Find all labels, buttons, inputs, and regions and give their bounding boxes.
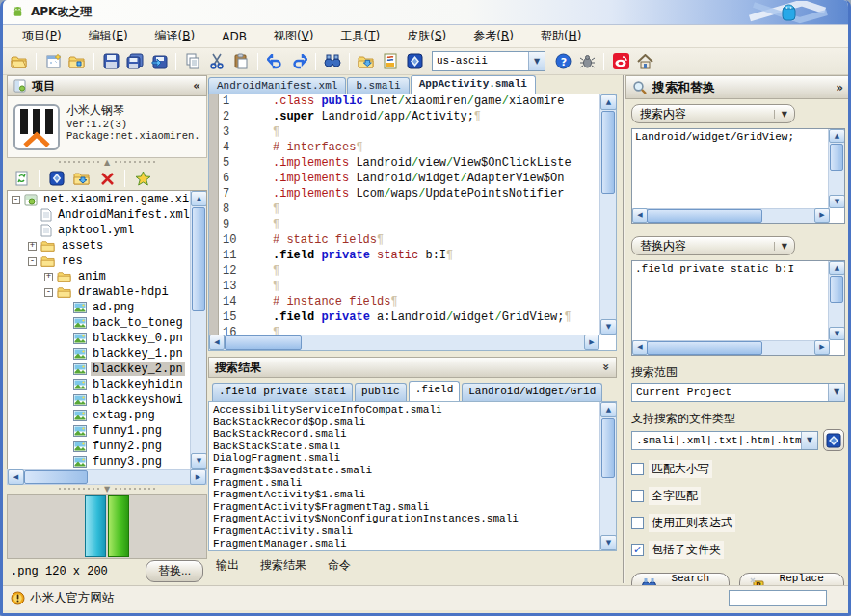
tree-item[interactable]: blackkey_1.pn	[8, 346, 190, 362]
tree-item[interactable]: funny3.png	[8, 454, 190, 469]
scroll-up-button[interactable]: ▲	[600, 402, 617, 417]
result-item[interactable]: AccessibilityServiceInfoCompat.smali	[213, 404, 596, 416]
scroll-thumb[interactable]	[647, 209, 762, 223]
scroll-left-button[interactable]: ◀	[8, 469, 24, 485]
dropdown-arrow-icon[interactable]: ▼	[774, 110, 794, 119]
tree-item[interactable]: blackkey_2.pn	[8, 362, 190, 377]
editor-horizontal-scrollbar[interactable]: ◀ ▶	[209, 335, 599, 350]
scroll-thumb[interactable]	[830, 144, 843, 171]
tree-item[interactable]: apktool.yml	[8, 223, 190, 238]
delete-red-icon[interactable]	[96, 168, 118, 189]
tree-item[interactable]: back_to_toneg	[8, 315, 190, 331]
scroll-thumb[interactable]	[601, 111, 615, 194]
dropdown-arrow-icon[interactable]: ▼	[828, 384, 844, 401]
find-icon[interactable]	[322, 51, 343, 72]
scope-select[interactable]: Current Project ▼	[631, 383, 845, 402]
menu-item[interactable]: 参考(R)	[460, 25, 527, 47]
editor-vertical-scrollbar[interactable]: ▲ ▼	[599, 94, 616, 335]
status-input-field[interactable]	[729, 590, 827, 606]
editor-tab[interactable]: AppActivity.smali	[411, 75, 536, 94]
tree-expander[interactable]: +	[28, 242, 37, 251]
scroll-thumb[interactable]	[192, 207, 205, 311]
result-item[interactable]: Fragment.smali	[213, 477, 596, 490]
copy-icon[interactable]	[182, 51, 203, 72]
blue-diamond-icon[interactable]	[46, 168, 67, 189]
filetypes-select[interactable]: .smali|.xml|.txt|.htm|.html ▼	[631, 431, 818, 450]
tree-item[interactable]: blackkeyhidin	[8, 377, 190, 392]
menu-item[interactable]: 皮肤(S)	[393, 25, 460, 47]
menu-item[interactable]: 视图(V)	[260, 25, 328, 47]
tree-expander[interactable]: -	[28, 257, 37, 266]
replace-image-button[interactable]: 替换...	[146, 560, 203, 582]
menu-item[interactable]: ADB	[208, 27, 260, 46]
tree-item[interactable]: blackkey_0.pn	[8, 331, 190, 346]
tree-vertical-scrollbar[interactable]: ▲ ▼	[190, 191, 206, 469]
tree-expander[interactable]: -	[44, 288, 53, 297]
home-icon[interactable]	[634, 51, 655, 72]
vertical-scrollbar[interactable]: ▲ ▼	[828, 129, 844, 208]
paste-icon[interactable]	[230, 51, 252, 72]
scroll-thumb[interactable]	[601, 418, 615, 478]
tree-item[interactable]: ad.png	[8, 300, 190, 315]
encoding-select[interactable]: us-ascii▼	[432, 51, 545, 71]
save-arrow-icon[interactable]	[148, 51, 170, 72]
tree-item[interactable]: AndroidManifest.xml	[8, 207, 190, 223]
save-icon[interactable]	[100, 51, 121, 72]
panel-splitter[interactable]: ▼	[7, 485, 207, 494]
replace-text-area[interactable]: .field private static b:I ▲ ▼ ◀ ▶	[631, 260, 845, 356]
results-tab[interactable]: .field	[409, 381, 461, 401]
result-item[interactable]: FragmentActivity.smali	[213, 525, 596, 538]
scroll-thumb[interactable]	[24, 470, 88, 484]
panel-tab[interactable]: 输出	[216, 557, 239, 574]
vertical-scrollbar[interactable]: ▲ ▼	[828, 261, 844, 340]
scroll-left-button[interactable]: ◀	[632, 208, 648, 223]
horizontal-scrollbar[interactable]: ◀ ▶	[632, 340, 830, 355]
edit-filetypes-button[interactable]	[823, 429, 844, 451]
code-editor[interactable]: 1.class public Lnet/xiaomiren/game/xiaom…	[208, 94, 617, 351]
editor-tab[interactable]: AndroidManifest.xml	[208, 77, 346, 94]
open-project-icon[interactable]	[9, 51, 30, 72]
result-item[interactable]: FragmentManager.smali	[213, 538, 596, 550]
checkbox[interactable]	[631, 517, 644, 529]
panel-tab[interactable]: 命令	[328, 557, 351, 574]
java-compile-icon[interactable]	[380, 51, 401, 72]
scroll-up-button[interactable]: ▲	[829, 129, 845, 143]
replace-content-dropdown[interactable]: 替换内容 ▼	[631, 236, 795, 255]
tree-expander[interactable]: -	[12, 196, 20, 204]
menu-item[interactable]: 编译(B)	[142, 25, 209, 47]
scroll-thumb[interactable]	[830, 276, 843, 303]
expand-panel-button[interactable]: »	[836, 81, 843, 94]
checkbox[interactable]	[631, 463, 644, 475]
scroll-right-button[interactable]: ▶	[814, 208, 830, 223]
scroll-thumb[interactable]	[225, 335, 302, 350]
scroll-up-button[interactable]: ▲	[829, 261, 845, 275]
tree-expander[interactable]: +	[44, 273, 53, 281]
scroll-down-button[interactable]: ▼	[829, 195, 845, 208]
search-text-area[interactable]: Landroid/widget/GridView; ▲ ▼ ◀ ▶	[631, 128, 845, 224]
result-item[interactable]: FragmentActivity$1.smali	[213, 489, 596, 501]
collapse-panel-button[interactable]: «	[193, 79, 200, 93]
cut-icon[interactable]	[206, 51, 227, 72]
scroll-up-button[interactable]: ▲	[600, 94, 617, 110]
tree-item[interactable]: -net.xiaomiren.game.xiao	[8, 192, 190, 207]
result-item[interactable]: BackStackRecord$Op.smali	[213, 416, 596, 429]
apk-build-icon[interactable]	[404, 51, 425, 72]
save-all-icon[interactable]	[124, 51, 146, 72]
tree-item[interactable]: funny1.png	[8, 423, 190, 439]
collapse-results-button[interactable]: »	[599, 363, 613, 371]
decompile-folder-icon[interactable]	[66, 51, 88, 72]
dropdown-arrow-icon[interactable]: ▼	[774, 242, 794, 251]
horizontal-scrollbar[interactable]: ◀ ▶	[632, 208, 830, 223]
scroll-down-button[interactable]: ▼	[829, 327, 845, 340]
result-item[interactable]: FragmentActivity$NonConfigurationInstanc…	[213, 513, 596, 525]
official-site-link[interactable]: 小米人官方网站	[30, 590, 724, 606]
scroll-right-button[interactable]: ▶	[190, 469, 206, 485]
scroll-down-button[interactable]: ▼	[600, 319, 617, 335]
tree-item[interactable]: blackkeyshowi	[8, 392, 190, 408]
tree-item[interactable]: +anim	[8, 269, 190, 284]
editor-tab[interactable]: b.smali	[347, 77, 409, 94]
menu-item[interactable]: 工具(T)	[327, 25, 393, 47]
checkbox[interactable]	[631, 490, 644, 502]
favorite-star-icon[interactable]	[132, 168, 153, 189]
tree-item[interactable]: +assets	[8, 238, 190, 254]
